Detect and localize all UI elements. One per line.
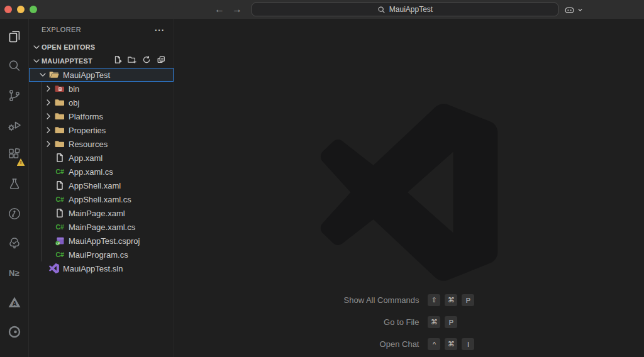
collapse-all-icon	[157, 55, 165, 67]
explorer-icon	[7, 29, 22, 47]
tree-item-mauiprogram-cs[interactable]: C#MauiProgram.cs	[29, 248, 174, 261]
shortcut-keys: ⌘P	[428, 316, 474, 328]
section-label: OPEN EDITORS	[42, 43, 95, 51]
keyboard-shortcut-hints: Show All Commands⇧⌘PGo to File⌘POpen Cha…	[344, 294, 475, 350]
tree-item-label: MauiAppTest.csproj	[69, 236, 140, 246]
keyboard-key: P	[445, 316, 457, 328]
tree-item-label: App.xaml.cs	[69, 167, 113, 177]
chevron-down-icon	[38, 70, 48, 80]
activity-bar-item-testing[interactable]	[0, 170, 29, 200]
zoom-window-button[interactable]	[30, 6, 37, 13]
tree-item-label: Resources	[69, 140, 108, 149]
tree-item-platforms[interactable]: Platforms	[29, 109, 174, 123]
svg-text:N≥: N≥	[9, 268, 19, 277]
tree-item-mainpage-xaml-cs[interactable]: C#MainPage.xaml.cs	[29, 220, 174, 234]
section-header-open-editors[interactable]: OPEN EDITORS	[29, 40, 174, 54]
keyboard-key: ^	[428, 338, 440, 350]
keyboard-key: ⌘	[445, 294, 457, 306]
tree-item-label: MainPage.xaml	[69, 209, 125, 218]
csharp-icon: C#	[55, 250, 65, 260]
tree-item-label: AppShell.xaml.cs	[69, 195, 131, 204]
activity-bar-item-extensions[interactable]: !	[0, 141, 29, 170]
minimize-window-button[interactable]	[17, 6, 25, 13]
titlebar: ← → MauiAppTest	[0, 0, 644, 19]
svg-text:C#: C#	[56, 251, 65, 258]
tree-item-app-xaml-cs[interactable]: C#App.xaml.cs	[29, 165, 174, 178]
shortcut-keys: ^⌘I	[428, 338, 474, 350]
svg-text:c#: c#	[57, 242, 60, 245]
extension-commit-graph-icon	[7, 206, 22, 224]
traffic-lights	[4, 6, 37, 13]
activity-bar-item-extension-nuget[interactable]: N≥	[0, 259, 29, 288]
close-window-button[interactable]	[4, 6, 12, 13]
testing-icon	[7, 177, 22, 194]
new-folder-button[interactable]	[127, 56, 137, 66]
chevron-down-icon	[31, 42, 42, 52]
command-center[interactable]: MauiAppTest	[252, 3, 558, 16]
vscode-logo-watermark	[320, 102, 499, 283]
file-icon	[55, 208, 65, 218]
tree-item-mauiapptest-csproj[interactable]: c#MauiAppTest.csproj	[29, 234, 174, 248]
collapse-all-button[interactable]	[156, 56, 166, 66]
navigate-forward-button[interactable]: →	[229, 0, 245, 19]
extension-todo-tree-icon	[7, 236, 22, 253]
svg-text:C#: C#	[56, 223, 65, 231]
tree-item-properties[interactable]: Properties	[29, 123, 174, 137]
file-tree: MauiAppTestbinobjPlatformsPropertiesReso…	[29, 68, 174, 275]
extension-nuget-icon: N≥	[7, 265, 22, 283]
tree-item-mauiapptest[interactable]: MauiAppTest	[29, 68, 174, 82]
extension-a-triangle-icon: A	[7, 295, 22, 312]
tree-item-app-xaml[interactable]: App.xaml	[29, 151, 174, 165]
folder-icon	[55, 97, 65, 107]
csharp-icon: C#	[55, 194, 65, 204]
section-header-mauiapptest[interactable]: MAUIAPPTEST	[29, 54, 174, 68]
tree-item-obj[interactable]: obj	[29, 96, 174, 109]
tree-item-label: App.xaml	[69, 153, 103, 163]
copilot-button[interactable]	[564, 2, 583, 17]
tree-item-mauiapptest-sln[interactable]: MauiAppTest.sln	[29, 261, 174, 275]
activity-bar-item-explorer[interactable]	[0, 23, 29, 52]
explorer-sidebar: EXPLORER ··· OPEN EDITORSMAUIAPPTEST Mau…	[29, 19, 174, 357]
tree-item-appshell-xaml-cs[interactable]: C#AppShell.xaml.cs	[29, 192, 174, 206]
navigate-back-button[interactable]: ←	[211, 0, 228, 19]
tree-item-resources[interactable]: Resources	[29, 137, 174, 151]
activity-bar-item-extension-a-triangle[interactable]: A	[0, 288, 29, 318]
run-and-debug-icon	[7, 118, 22, 135]
folder-icon	[55, 125, 65, 135]
sln-icon	[49, 263, 59, 273]
refresh-button[interactable]	[142, 56, 152, 66]
tree-item-label: bin	[69, 84, 79, 94]
activity-bar-item-run-and-debug[interactable]	[0, 111, 29, 141]
csharp-icon: C#	[55, 222, 65, 232]
new-file-button[interactable]	[113, 56, 123, 66]
chevron-down-icon	[31, 56, 42, 66]
shortcut-label: Go to File	[344, 317, 419, 327]
command-center-value: MauiAppTest	[389, 5, 433, 14]
activity-bar-item-source-control[interactable]	[0, 82, 29, 111]
tree-item-mainpage-xaml[interactable]: MainPage.xaml	[29, 206, 174, 220]
svg-text:C#: C#	[56, 195, 65, 203]
activity-bar: !N≥A	[0, 19, 29, 357]
file-icon	[55, 180, 65, 190]
search-icon	[7, 58, 22, 76]
tree-item-label: Platforms	[69, 112, 103, 121]
tree-item-label: obj	[69, 98, 79, 107]
shortcut-label: Open Chat	[344, 339, 419, 349]
activity-bar-item-extension-commit-graph[interactable]	[0, 200, 29, 229]
activity-bar-item-extension-target[interactable]	[0, 318, 29, 348]
keyboard-key: ⇧	[428, 294, 440, 306]
keyboard-key: ⌘	[445, 338, 457, 350]
section-label: MAUIAPPTEST	[42, 57, 92, 65]
activity-bar-item-extension-todo-tree[interactable]	[0, 229, 29, 259]
chevron-right-icon	[43, 97, 53, 107]
new-file-icon	[113, 55, 122, 67]
tree-item-bin[interactable]: bin	[29, 82, 174, 96]
activity-bar-item-search[interactable]	[0, 52, 29, 82]
source-control-icon	[7, 88, 22, 106]
shortcut-label: Show All Commands	[344, 295, 419, 305]
svg-text:C#: C#	[56, 168, 65, 175]
more-actions-icon[interactable]: ···	[155, 25, 165, 35]
chevron-right-icon	[43, 111, 53, 121]
tree-item-appshell-xaml[interactable]: AppShell.xaml	[29, 178, 174, 192]
csharp-icon: C#	[55, 167, 65, 177]
